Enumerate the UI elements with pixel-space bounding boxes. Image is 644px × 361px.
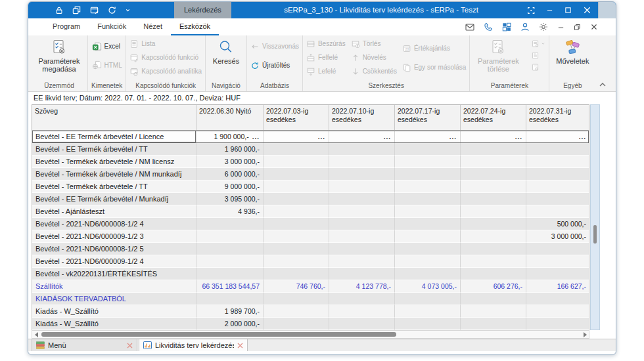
- table-row[interactable]: Kiadás - W_Szállító1 989 700,-: [32, 305, 589, 318]
- egy-sor-masolasa-button[interactable]: Egy sor másolása: [402, 62, 466, 72]
- value-cell[interactable]: [461, 268, 526, 280]
- value-cell[interactable]: 4 073 005,-: [395, 280, 461, 293]
- row-label-cell[interactable]: KIADÁSOK TERVADATBÓL: [32, 293, 196, 305]
- table-row[interactable]: Kiadás - W_Szállító2 000 000,-: [32, 318, 589, 330]
- windows-icon[interactable]: [72, 5, 81, 15]
- row-label-cell[interactable]: Bevétel - 2021-ND6/000009-1/2 4: [32, 255, 196, 268]
- dropdown-caret-icon[interactable]: [125, 7, 131, 13]
- value-cell[interactable]: [526, 318, 589, 330]
- table-row[interactable]: Bevétel - EE Termék árbevétel / Munkadíj…: [32, 193, 589, 205]
- value-cell[interactable]: 2 000 000,-: [196, 318, 264, 330]
- column-header[interactable]: 2022.06.30 Nyitó: [196, 105, 264, 130]
- scroll-left-arrow[interactable]: [32, 331, 40, 338]
- table-row[interactable]: KIADÁSOK TERVADATBÓL: [32, 293, 589, 305]
- parameterek-megadasa-button[interactable]: Paraméterek megadása: [34, 37, 84, 73]
- value-cell[interactable]: [461, 243, 526, 255]
- value-cell[interactable]: [395, 218, 461, 230]
- restore-icon[interactable]: [573, 23, 582, 32]
- value-cell[interactable]: [461, 205, 526, 218]
- visszavonas-button[interactable]: Visszavonás: [250, 41, 299, 51]
- value-cell[interactable]: 66 351 183 544,57: [196, 280, 264, 293]
- value-cell[interactable]: 4 936,-: [196, 205, 264, 218]
- value-cell[interactable]: ...: [461, 131, 526, 143]
- edit-window-icon[interactable]: [89, 5, 99, 15]
- value-cell[interactable]: [461, 143, 526, 156]
- value-cell[interactable]: [196, 218, 264, 230]
- value-cell[interactable]: [264, 156, 329, 168]
- torles-button[interactable]: Törlés: [351, 39, 397, 49]
- lista-button[interactable]: Lista: [129, 39, 202, 49]
- value-cell[interactable]: [461, 193, 526, 205]
- title-tab-lekerdezes[interactable]: Lekérdezés: [174, 2, 231, 18]
- ertekajanlas-button[interactable]: 23 Értékajánlás: [402, 43, 466, 53]
- value-cell[interactable]: 1 900 000,-...: [196, 131, 264, 143]
- value-cell[interactable]: [196, 230, 264, 243]
- excel-button[interactable]: Excel: [92, 41, 122, 51]
- column-header[interactable]: 2022.07.24-ig esedékes: [461, 105, 526, 130]
- value-cell[interactable]: [264, 168, 329, 180]
- value-cell[interactable]: [526, 168, 589, 180]
- row-label-cell[interactable]: Bevétel - Termékek árbevétele / TT: [32, 180, 196, 193]
- value-cell[interactable]: [395, 193, 461, 205]
- value-cell[interactable]: [329, 243, 395, 255]
- row-label-cell[interactable]: Bevétel - vk20220131/ÉRTÉKESÍTÉS: [32, 268, 196, 280]
- value-cell[interactable]: ...: [329, 131, 395, 143]
- row-label-cell[interactable]: Bevétel - Termékek árbevétele / NM munka…: [32, 168, 196, 180]
- table-row[interactable]: Bevétel - EE Termék árbevétel / TT1 960 …: [32, 143, 589, 156]
- value-cell[interactable]: [526, 180, 589, 193]
- value-cell[interactable]: 1 989 700,-: [196, 305, 264, 318]
- column-header[interactable]: 2022.07.10-ig esedékes: [329, 105, 395, 130]
- ribbon-collapse-chevron-icon[interactable]: [599, 82, 607, 87]
- value-cell[interactable]: [264, 180, 329, 193]
- value-cell[interactable]: [461, 293, 526, 305]
- value-cell[interactable]: [395, 243, 461, 255]
- value-cell[interactable]: [461, 168, 526, 180]
- value-cell[interactable]: [395, 318, 461, 330]
- cell-ellipsis-button[interactable]: ...: [384, 133, 391, 140]
- value-cell[interactable]: [526, 143, 589, 156]
- value-cell[interactable]: [196, 243, 264, 255]
- menu-eszkozok[interactable]: Eszközök: [171, 18, 219, 35]
- value-cell[interactable]: [461, 255, 526, 268]
- value-cell[interactable]: [329, 268, 395, 280]
- value-cell[interactable]: [526, 293, 589, 305]
- table-row[interactable]: Bevétel - 2021-ND6/000009-1/2 33 000 000…: [32, 230, 589, 243]
- value-cell[interactable]: [526, 255, 589, 268]
- value-cell[interactable]: [264, 293, 329, 305]
- minimize-icon[interactable]: [545, 6, 554, 14]
- column-header[interactable]: 2022.07.31-ig esedékes: [526, 105, 590, 130]
- row-label-cell[interactable]: Kiadás - W_Szállító: [32, 305, 196, 318]
- row-label-cell[interactable]: Bevétel - 2021-ND6/000008-1/2 4: [32, 218, 196, 230]
- cell-ellipsis-button[interactable]: ...: [252, 133, 260, 140]
- cell-ellipsis-button[interactable]: ...: [515, 133, 522, 140]
- tab-likviditas-terv-lekerdezes[interactable]: Likviditás terv lekérdezés: [139, 339, 248, 351]
- user-icon[interactable]: [520, 22, 530, 32]
- ujratoltes-button[interactable]: Újratöltés: [250, 60, 299, 70]
- value-cell[interactable]: [461, 318, 526, 330]
- row-label-cell[interactable]: Bevétel - EE Termék árbevétel / Licence: [32, 131, 196, 143]
- column-header[interactable]: 2022.07.17-ig esedékes: [395, 105, 461, 130]
- fit-window-icon[interactable]: [526, 6, 536, 15]
- value-cell[interactable]: [395, 205, 461, 218]
- value-cell[interactable]: [461, 230, 526, 243]
- parameterek-torlese-button[interactable]: Paraméterek törlése: [473, 37, 523, 73]
- value-cell[interactable]: [264, 268, 329, 280]
- value-cell[interactable]: [329, 180, 395, 193]
- phone-icon[interactable]: [483, 22, 494, 32]
- value-cell[interactable]: 9 000 000,-: [196, 180, 264, 193]
- noveles-button[interactable]: Növelés: [351, 53, 397, 62]
- close-icon[interactable]: [589, 22, 599, 32]
- beszuras-button[interactable]: Beszúrás: [306, 39, 346, 49]
- row-label-cell[interactable]: Kiadás - W_Szállító: [32, 318, 196, 330]
- value-cell[interactable]: 3 095 000,-: [196, 193, 264, 205]
- table-row[interactable]: Bevétel - 2021-ND6/000008-1/2 5: [32, 243, 589, 255]
- value-cell[interactable]: [526, 268, 589, 280]
- value-cell[interactable]: [264, 305, 329, 318]
- value-cell[interactable]: [264, 143, 329, 156]
- value-cell[interactable]: [329, 168, 395, 180]
- value-cell[interactable]: [461, 218, 526, 230]
- table-row[interactable]: Bevétel - 2021-ND6/000008-1/2 4500 000,-: [32, 218, 589, 230]
- row-label-cell[interactable]: Bevétel - 2021-ND6/000009-1/2 3: [32, 230, 196, 243]
- column-header[interactable]: 2022.07.03-ig esedékes: [264, 105, 329, 130]
- kapcsolodo-analitika-button[interactable]: Kapcsolódó analitika: [129, 66, 202, 76]
